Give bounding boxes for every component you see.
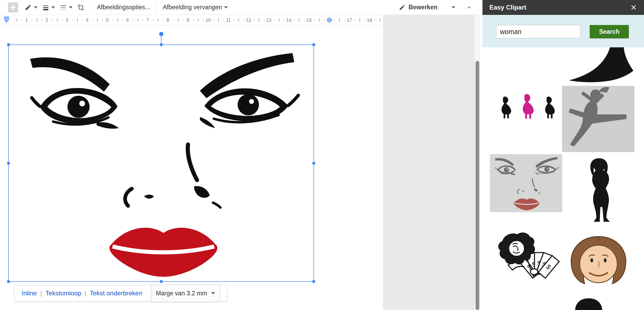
edit-mode-caret-icon[interactable]: [452, 6, 455, 9]
resize-handle-top-left[interactable]: [7, 43, 10, 46]
ruler-tick: [183, 20, 184, 20]
clipart-vintage-woman-with-money[interactable]: $ $ $ $ $: [490, 229, 561, 289]
image-toolbar: Afbeeldingsopties... Afbeelding vervange…: [0, 0, 482, 15]
ruler-tick: [223, 20, 224, 20]
crop-icon: [77, 4, 84, 11]
resize-handle-top-right[interactable]: [312, 43, 315, 46]
ruler-number: 1: [25, 17, 28, 23]
pencil-icon: [25, 4, 32, 11]
ruler-number: 2: [46, 17, 48, 23]
selected-image-frame: [8, 44, 314, 282]
break-text-option[interactable]: Tekst onderbreken: [90, 290, 142, 297]
dropdown-caret-icon: [69, 6, 73, 9]
ruler-tick: [92, 20, 93, 20]
option-separator: |: [40, 290, 42, 297]
vertical-scrollbar[interactable]: [474, 15, 480, 310]
ruler-tick: [97, 18, 98, 22]
image-position-bar: Inline | Tekstomloop | Tekst onderbreken…: [14, 285, 227, 301]
ruler-tick: [274, 20, 275, 20]
clipart-woman-face-stencil[interactable]: [490, 154, 562, 212]
clipart-standing-woman-silhouette[interactable]: [576, 157, 622, 225]
inline-option[interactable]: Inline: [22, 290, 37, 297]
add-image-icon[interactable]: [8, 2, 18, 12]
resize-handle-top-center[interactable]: [160, 43, 163, 46]
ruler-scale: 123456789101112131415161718: [0, 15, 383, 25]
dropdown-caret-icon: [51, 6, 55, 9]
image-options-button[interactable]: Afbeeldingsopties...: [94, 2, 153, 13]
ruler-number: 13: [266, 17, 271, 23]
ruler-tick: [57, 18, 57, 22]
ruler-number: 14: [286, 17, 291, 23]
ruler-tick: [173, 20, 174, 20]
ruler-number: 5: [106, 17, 109, 23]
ruler-tick: [324, 20, 325, 20]
resize-handle-middle-left[interactable]: [7, 162, 10, 165]
ruler-number: 15: [306, 17, 312, 23]
ruler-number: 8: [167, 17, 169, 23]
toolbar-separator: [90, 2, 91, 12]
ruler-tick: [354, 20, 355, 20]
selected-image[interactable]: [9, 45, 313, 281]
option-separator: |: [85, 290, 86, 297]
resize-handle-bottom-left[interactable]: [7, 280, 10, 283]
margin-dropdown-label: Marge van 3.2 mm: [156, 290, 207, 297]
ruler-tick: [77, 18, 78, 22]
ruler-tick: [143, 20, 143, 20]
line-weight-button[interactable]: [40, 2, 57, 13]
clipart-head-silhouette-partial[interactable]: [573, 297, 604, 310]
search-strip: Search: [482, 15, 644, 47]
crop-button[interactable]: [75, 2, 87, 13]
margin-dropdown[interactable]: Marge van 3.2 mm: [151, 284, 220, 302]
rotation-handle[interactable]: [159, 32, 164, 36]
toolbar-separator: [156, 2, 157, 12]
collapse-toolbar-button[interactable]: [463, 2, 475, 13]
replace-image-button[interactable]: Afbeelding vervangen: [160, 2, 230, 13]
ruler-number: 6: [126, 17, 129, 23]
panel-gap: [480, 0, 482, 310]
ruler-tick: [158, 18, 158, 22]
ruler-tick: [62, 20, 63, 20]
ruler-tick: [163, 20, 164, 20]
clipart-kicking-woman[interactable]: [562, 86, 634, 152]
application-window: Afbeeldingsopties... Afbeelding vervange…: [0, 0, 644, 310]
close-button[interactable]: [630, 4, 637, 11]
ruler-tick: [117, 18, 118, 22]
clipart-cartoon-girl-face[interactable]: [565, 235, 632, 284]
wrap-text-option[interactable]: Tekstomloop: [46, 290, 81, 297]
ruler-number: 10: [205, 17, 211, 23]
resize-handle-bottom-center[interactable]: [160, 280, 163, 283]
ruler-number: 17: [347, 17, 352, 23]
ruler-number: 4: [86, 17, 88, 23]
ruler-tick: [22, 20, 22, 20]
line-color-button[interactable]: [22, 2, 40, 13]
edit-mode-button[interactable]: Bewerken: [397, 2, 440, 13]
line-dash-button[interactable]: [57, 2, 75, 13]
first-line-indent-marker[interactable]: [4, 16, 9, 19]
search-button[interactable]: Search: [590, 25, 629, 38]
ruler-tick: [16, 18, 17, 22]
ruler-number: 7: [146, 17, 149, 23]
ruler-tick: [299, 18, 299, 22]
dropdown-caret-icon: [211, 292, 215, 294]
clipart-skirt-silhouette-partial[interactable]: [562, 47, 634, 82]
ruler-number: 9: [187, 17, 189, 23]
ruler-tick: [238, 18, 239, 22]
ruler-tick: [294, 20, 295, 20]
ruler-tick: [42, 20, 43, 20]
dropdown-caret-icon: [34, 6, 38, 9]
ruler-tick: [279, 18, 279, 22]
left-indent-marker[interactable]: [4, 16, 10, 24]
edit-mode-label: Bewerken: [408, 4, 437, 11]
ruler-tick: [102, 20, 103, 20]
ruler-tick: [259, 18, 259, 22]
search-input[interactable]: [496, 25, 581, 38]
scrollbar-thumb[interactable]: [476, 61, 479, 310]
clipart-pregnant-women-trio[interactable]: [497, 92, 560, 121]
ruler-tick: [198, 18, 199, 22]
ruler-tick: [32, 20, 32, 20]
ruler-tick: [72, 20, 73, 20]
ruler-tick: [138, 18, 138, 22]
resize-handle-bottom-right[interactable]: [312, 280, 315, 283]
resize-handle-middle-right[interactable]: [312, 162, 315, 165]
easy-clipart-panel: Easy Clipart Search: [482, 0, 644, 310]
